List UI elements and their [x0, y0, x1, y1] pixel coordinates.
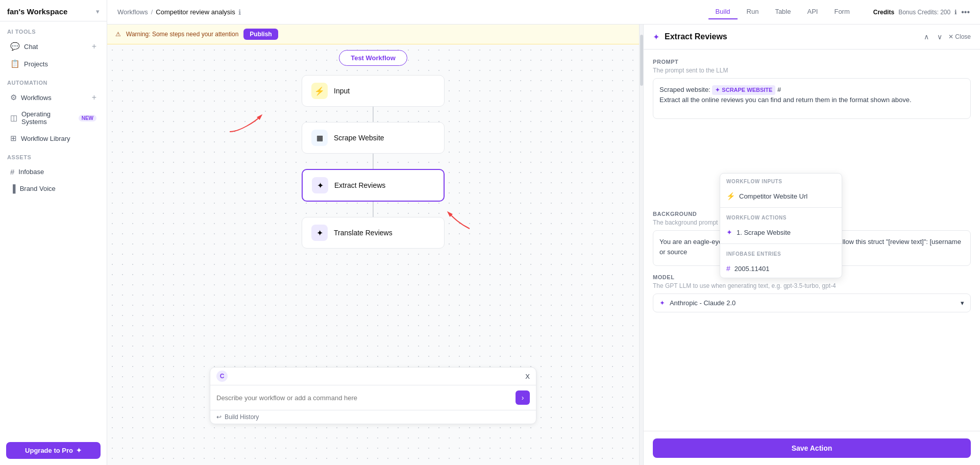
workflow-actions-label: WORKFLOW ACTIONS — [720, 210, 842, 224]
tab-form[interactable]: Form — [827, 5, 856, 19]
sidebar-item-workflows[interactable]: ⚙ Workflows + — [3, 89, 104, 106]
save-action-button[interactable]: Save Action — [653, 438, 971, 458]
node-translate[interactable]: ✦ Translate Reviews — [302, 217, 445, 249]
assets-section-label: Assets — [0, 147, 107, 163]
prompt-hash: # — [777, 86, 781, 93]
connector-3 — [373, 202, 374, 217]
workflow-canvas: ⚠ Warning: Some steps need your attentio… — [107, 25, 639, 465]
topbar-right: Credits Bonus Credits: 200 ℹ ••• — [873, 8, 970, 17]
sidebar: fan's Workspace ▾ AI Tools 💬 Chat + 📋 Pr… — [0, 0, 107, 465]
upgrade-icon: ✦ — [76, 447, 82, 454]
website-url-icon: ⚡ — [726, 191, 735, 202]
info-icon[interactable]: ℹ — [238, 8, 241, 16]
sidebar-brand-voice-label: Brand Voice — [20, 185, 56, 192]
node-translate-label: Translate Reviews — [334, 229, 393, 237]
dropdown-item-scrape[interactable]: ✦ 1. Scrape Website — [720, 224, 842, 241]
sidebar-item-workflow-library[interactable]: ⊞ Workflow Library — [3, 130, 104, 146]
projects-icon: 📋 — [10, 59, 20, 68]
chat-box: C X › ↩ Build History — [210, 367, 536, 424]
main-area: Workflows / Competitor review analysis ℹ… — [107, 0, 980, 465]
workflow-inputs-label: WORKFLOW INPUTS — [720, 174, 842, 187]
credits-info-icon[interactable]: ℹ — [954, 9, 957, 16]
tab-build[interactable]: Build — [708, 5, 738, 19]
breadcrumb: Workflows / Competitor review analysis ℹ — [117, 8, 241, 16]
history-icon: ↩ — [216, 413, 222, 421]
sidebar-item-projects[interactable]: 📋 Projects — [3, 56, 104, 72]
canvas-scrollbar[interactable] — [639, 25, 643, 465]
sidebar-item-operating-systems[interactable]: ◫ Operating Systems NEW — [3, 107, 104, 129]
tab-table[interactable]: Table — [768, 5, 798, 19]
infobase-entry-icon: # — [726, 263, 730, 274]
sidebar-library-label: Workflow Library — [21, 135, 70, 142]
prompt-body: Extract all the online reviews you can f… — [659, 96, 912, 104]
chat-build-history[interactable]: ↩ Build History — [210, 410, 536, 424]
sidebar-os-label: Operating Systems — [21, 110, 72, 126]
new-badge: NEW — [79, 115, 96, 121]
add-workflow-icon[interactable]: + — [92, 93, 96, 102]
node-input-label: Input — [334, 87, 350, 95]
infobase-entries-label: INFOBASE ENTRIES — [720, 246, 842, 260]
chat-input[interactable] — [216, 394, 511, 402]
panel-body: PROMPT The prompt sent to the LLM Scrape… — [644, 50, 980, 431]
publish-button[interactable]: Publish — [243, 29, 278, 40]
panel-title: Extract Reviews — [665, 32, 917, 41]
sidebar-item-chat[interactable]: 💬 Chat + — [3, 38, 104, 55]
model-desc: The GPT LLM to use when generating text,… — [653, 282, 971, 289]
add-chat-icon[interactable]: + — [92, 42, 96, 51]
sidebar-projects-label: Projects — [24, 60, 48, 68]
sidebar-bottom: Upgrade to Pro ✦ — [0, 436, 107, 465]
prompt-box[interactable]: Scraped website: ✦ SCRAPE WEBSITE # Extr… — [653, 78, 971, 119]
model-select-wrapper: ✦ Anthropic - Claude 2.0 ▾ — [653, 293, 971, 312]
chat-send-button[interactable]: › — [516, 390, 530, 405]
panel-footer: Save Action — [644, 431, 980, 465]
panel-down-btn[interactable]: ∨ — [935, 32, 944, 42]
sidebar-workflows-label: Workflows — [21, 94, 52, 102]
panel-close-btn[interactable]: ✕ Close — [948, 33, 971, 40]
bonus-credits: Bonus Credits: 200 — [898, 9, 950, 16]
node-scrape[interactable]: ▦ Scrape Website — [302, 122, 445, 154]
warning-icon: ⚠ — [115, 31, 121, 38]
topbar-tabs: Build Run Table API Form — [708, 5, 857, 19]
test-workflow-button[interactable]: Test Workflow — [339, 50, 407, 66]
connector-2 — [373, 154, 374, 169]
node-extract[interactable]: ✦ Extract Reviews — [302, 169, 445, 202]
ai-tools-section-label: AI Tools — [0, 21, 107, 38]
tag-icon: ✦ — [715, 86, 720, 94]
panel-title-icon: ✦ — [653, 32, 659, 42]
model-value: Anthropic - Claude 2.0 — [670, 299, 736, 307]
breadcrumb-workflows[interactable]: Workflows — [117, 8, 148, 16]
dropdown-item-website-url[interactable]: ⚡ Competitor Website Url — [720, 187, 842, 205]
model-icon: ✦ — [659, 299, 665, 307]
tag-label: SCRAPE WEBSITE — [722, 86, 772, 94]
node-input[interactable]: ⚡ Input — [302, 75, 445, 107]
workspace-chevron: ▾ — [96, 8, 100, 15]
workspace-name: fan's Workspace — [7, 7, 67, 16]
dropdown-item-scrape-label: 1. Scrape Website — [737, 228, 791, 238]
brand-voice-icon: ▐ — [10, 184, 16, 193]
tab-api[interactable]: API — [800, 5, 825, 19]
scroll-thumb — [640, 35, 643, 86]
warning-bar: ⚠ Warning: Some steps need your attentio… — [107, 25, 639, 44]
credits-label: Credits — [873, 9, 894, 16]
more-options-btn[interactable]: ••• — [961, 8, 970, 17]
upgrade-button[interactable]: Upgrade to Pro ✦ — [6, 442, 101, 459]
node-extract-label: Extract Reviews — [334, 181, 385, 189]
chat-close-btn[interactable]: X — [525, 373, 530, 380]
sidebar-item-brand-voice[interactable]: ▐ Brand Voice — [3, 181, 104, 197]
dropdown-item-infobase[interactable]: # 2005.11401 — [720, 260, 842, 278]
red-arrow-1 — [225, 111, 265, 137]
model-select[interactable]: ✦ Anthropic - Claude 2.0 ▾ — [653, 293, 971, 312]
build-history-label: Build History — [225, 413, 259, 421]
breadcrumb-sep: / — [151, 8, 153, 16]
dropdown-popup: WORKFLOW INPUTS ⚡ Competitor Website Url… — [720, 173, 842, 278]
panel-header: ✦ Extract Reviews ∧ ∨ ✕ Close — [644, 25, 980, 50]
scrape-website-tag[interactable]: ✦ SCRAPE WEBSITE — [712, 85, 775, 95]
workspace-switcher[interactable]: fan's Workspace ▾ — [0, 0, 107, 21]
sidebar-item-infobase[interactable]: # Infobase — [3, 164, 104, 180]
tab-run[interactable]: Run — [740, 5, 766, 19]
canvas-wrapper: ⚠ Warning: Some steps need your attentio… — [107, 25, 980, 465]
dropdown-divider-1 — [720, 207, 842, 208]
panel-up-btn[interactable]: ∧ — [922, 32, 931, 42]
workflows-icon: ⚙ — [10, 93, 17, 102]
warning-text: Warning: Some steps need your attention — [126, 31, 238, 38]
